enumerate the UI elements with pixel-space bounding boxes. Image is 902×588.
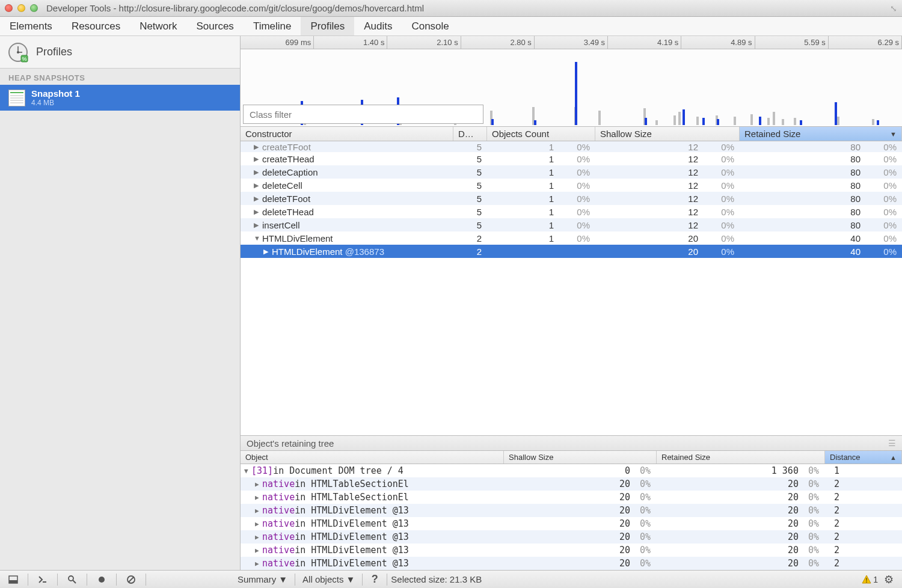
rcol-distance[interactable]: Distance▲ [825,451,902,464]
record-button[interactable] [93,572,110,587]
tab-audits[interactable]: Audits [354,17,402,35]
sort-asc-icon: ▲ [890,454,897,461]
zoom-window-button[interactable] [30,4,38,12]
expand-icon[interactable]: ⤡ [890,4,897,13]
sidebar-item-snapshot[interactable]: Snapshot 1 4.4 MB [0,85,240,111]
disclosure-triangle-icon[interactable]: ▶ [255,560,261,568]
table-row[interactable]: ▶native in HTMLTableSectionEl200%200% 2 [241,477,902,491]
disclosure-triangle-icon[interactable]: ▼ [254,234,260,242]
col-distance[interactable]: D… [453,127,487,141]
svg-point-15 [866,581,867,583]
console-button[interactable] [34,572,51,587]
devtools-tabbar: ElementsResourcesNetworkSourcesTimelineP… [0,17,902,36]
table-row[interactable]: ▶native in HTMLTableSectionEl200%200% 2 [241,491,902,504]
disclosure-triangle-icon[interactable]: ▶ [254,143,260,151]
tab-profiles[interactable]: Profiles [301,17,354,35]
hamburger-icon[interactable]: ☰ [888,438,896,448]
disclosure-triangle-icon[interactable]: ▶ [254,155,260,163]
minimize-window-button[interactable] [17,4,25,12]
timeline-ruler: 699 ms1.40 s2.10 s2.80 s3.49 s4.19 s4.89… [241,36,902,49]
sidebar-header: % Profiles [0,36,240,69]
timeline-bar [673,115,676,125]
retaining-table-header: Object Shallow Size Retained Size Distan… [241,451,902,464]
disclosure-triangle-icon[interactable]: ▶ [254,221,260,229]
clear-button[interactable] [123,572,140,587]
table-row[interactable]: ▶native in HTMLDivElement @13200%200% 2 [241,530,902,544]
table-row[interactable]: ▶HTMLDivElement @1368732200%400% [241,245,902,258]
traffic-lights [5,4,38,12]
snapshot-name: Snapshot 1 [31,88,80,99]
table-row[interactable]: ▼HTMLDivElement210%200%400% [241,231,902,245]
table-row[interactable]: ▶createTFoot510%120%800% [241,141,902,152]
sidebar-section-label: HEAP SNAPSHOTS [0,69,240,85]
col-shallow-size[interactable]: Shallow Size [595,127,740,141]
spreadsheet-icon [8,90,25,106]
disclosure-triangle-icon[interactable]: ▶ [255,507,261,515]
scope-dropdown[interactable]: All objects ▼ [299,573,358,586]
table-row[interactable]: ▶createTHead510%120%800% [241,152,902,165]
disclosure-triangle-icon[interactable]: ▶ [255,494,261,501]
table-row[interactable]: ▶native in HTMLDivElement @13200%200% 2 [241,544,902,557]
rcol-retained-size[interactable]: Retained Size [657,451,825,464]
timeline-bar [678,112,681,125]
view-dropdown[interactable]: Summary ▼ [234,573,291,586]
table-row[interactable]: ▶deleteTFoot510%120%800% [241,192,902,205]
svg-line-13 [129,577,133,582]
warning-indicator[interactable]: 1 [862,575,878,584]
retaining-tree-header: Object's retaining tree ☰ [241,435,902,451]
retaining-table[interactable]: ▼[31] in Document DOM tree / 400%1 3600%… [241,464,902,570]
ruler-tick: 6.29 s [241,36,902,49]
tab-resources[interactable]: Resources [62,17,130,35]
disclosure-triangle-icon[interactable]: ▶ [254,168,260,176]
constructor-table-header: Constructor D… Objects Count Shallow Siz… [241,126,902,141]
disclosure-triangle-icon[interactable]: ▼ [244,467,250,475]
timeline-bar [575,62,577,125]
table-row[interactable]: ▶native in HTMLDivElement @13200%200% 2 [241,504,902,517]
timeline-bar [696,117,699,125]
col-constructor[interactable]: Constructor [241,127,453,141]
table-row[interactable]: ▼[31] in Document DOM tree / 400%1 3600%… [241,464,902,477]
table-row[interactable]: ▶deleteCaption510%120%800% [241,165,902,179]
sidebar-title: Profiles [36,46,72,58]
chevron-down-icon: ▼ [346,574,355,584]
close-window-button[interactable] [5,4,13,12]
disclosure-triangle-icon[interactable]: ▶ [254,195,260,203]
col-retained-size[interactable]: Retained Size▼ [740,127,902,141]
timeline-bar [872,119,874,125]
timeline-bar [794,118,796,125]
timeline-bar [683,109,685,125]
dock-button[interactable] [5,572,22,587]
timeline-bar [773,112,775,125]
col-objects-count[interactable]: Objects Count [487,127,595,141]
search-button[interactable] [64,572,81,587]
sort-desc-icon: ▼ [890,130,897,138]
tab-console[interactable]: Console [402,17,458,35]
settings-button[interactable]: ⚙ [880,572,897,587]
constructor-table[interactable]: ▶createTFoot510%120%800%▶createTHead510%… [241,141,902,435]
tab-elements[interactable]: Elements [0,17,62,35]
timeline-overview[interactable]: 699 ms1.40 s2.10 s2.80 s3.49 s4.19 s4.89… [241,36,902,126]
disclosure-triangle-icon[interactable]: ▶ [255,480,261,488]
disclosure-triangle-icon[interactable]: ▶ [255,547,261,554]
tab-sources[interactable]: Sources [187,17,244,35]
profiles-icon: % [7,41,29,63]
table-row[interactable]: ▶insertCell510%120%800% [241,218,902,231]
rcol-object[interactable]: Object [241,451,504,464]
status-bar: Summary ▼ All objects ▼ ? Selected size:… [0,570,902,588]
timeline-bar [800,120,802,125]
disclosure-triangle-icon[interactable]: ▶ [254,208,260,216]
help-button[interactable]: ? [366,572,383,587]
class-filter-input[interactable] [243,105,483,124]
table-row[interactable]: ▶deleteCell510%120%800% [241,179,902,192]
tab-timeline[interactable]: Timeline [244,17,301,35]
timeline-bar [598,111,601,125]
disclosure-triangle-icon[interactable]: ▶ [263,248,269,256]
disclosure-triangle-icon[interactable]: ▶ [255,533,261,541]
rcol-shallow-size[interactable]: Shallow Size [504,451,657,464]
disclosure-triangle-icon[interactable]: ▶ [254,182,260,189]
disclosure-triangle-icon[interactable]: ▶ [255,520,261,528]
table-row[interactable]: ▶native in HTMLDivElement @13200%200% 2 [241,557,902,570]
table-row[interactable]: ▶deleteTHead510%120%800% [241,205,902,218]
tab-network[interactable]: Network [130,17,186,35]
table-row[interactable]: ▶native in HTMLDivElement @13200%200% 2 [241,517,902,530]
